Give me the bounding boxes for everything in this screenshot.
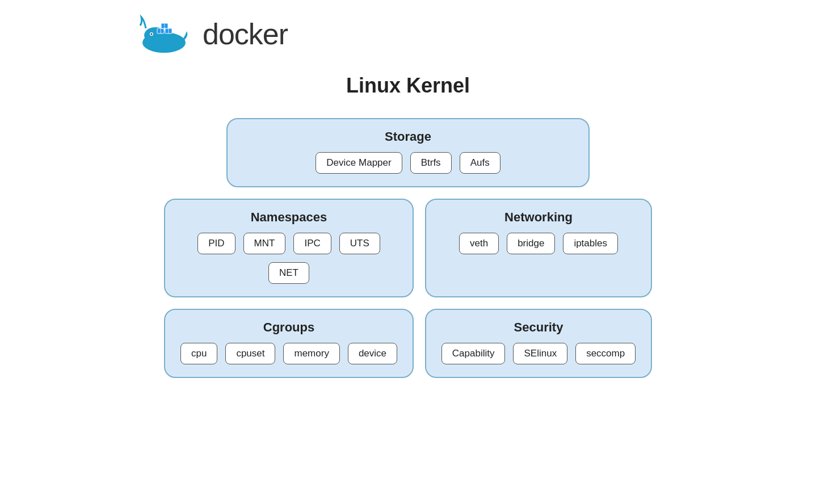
namespaces-panel: Namespaces PID MNT IPC UTS NET xyxy=(164,199,414,297)
net-item-veth: veth xyxy=(459,233,499,254)
sec-item-capability: Capability xyxy=(441,343,506,364)
svg-point-3 xyxy=(151,33,153,35)
networking-title: Networking xyxy=(504,210,573,225)
diagram: Linux Kernel Storage Device Mapper Btrfs… xyxy=(158,74,658,378)
storage-title: Storage xyxy=(385,129,431,144)
storage-items: Device Mapper Btrfs Aufs xyxy=(316,152,500,174)
storage-item-device-mapper: Device Mapper xyxy=(316,152,402,174)
cg-item-cpuset: cpuset xyxy=(225,343,275,364)
networking-panel: Networking veth bridge iptables xyxy=(425,199,652,297)
net-item-bridge: bridge xyxy=(507,233,555,254)
linux-kernel-title: Linux Kernel xyxy=(346,74,470,98)
cg-item-memory: memory xyxy=(283,343,339,364)
docker-logo-icon xyxy=(130,11,198,57)
cg-item-device: device xyxy=(348,343,397,364)
middle-row: Namespaces PID MNT IPC UTS NET Networkin… xyxy=(158,199,658,297)
namespaces-items: PID MNT IPC UTS NET xyxy=(179,233,399,284)
cgroups-items: cpu cpuset memory device xyxy=(180,343,397,364)
sec-item-seccomp: seccomp xyxy=(575,343,636,364)
security-items: Capability SElinux seccomp xyxy=(441,343,636,364)
storage-panel: Storage Device Mapper Btrfs Aufs xyxy=(226,118,590,187)
docker-label: docker xyxy=(203,17,288,51)
net-item-iptables: iptables xyxy=(563,233,618,254)
ns-item-uts: UTS xyxy=(339,233,380,254)
security-panel: Security Capability SElinux seccomp xyxy=(425,309,652,378)
ns-item-net: NET xyxy=(268,262,309,284)
namespaces-title: Namespaces xyxy=(251,210,327,225)
sec-item-selinux: SElinux xyxy=(513,343,567,364)
networking-items: veth bridge iptables xyxy=(459,233,618,254)
cgroups-panel: Cgroups cpu cpuset memory device xyxy=(164,309,414,378)
ns-item-pid: PID xyxy=(197,233,235,254)
page-wrapper: docker Linux Kernel Storage Device Mappe… xyxy=(96,11,720,378)
ns-item-ipc: IPC xyxy=(293,233,331,254)
ns-item-mnt: MNT xyxy=(243,233,286,254)
header: docker xyxy=(130,11,288,57)
bottom-row: Cgroups cpu cpuset memory device Securit… xyxy=(158,309,658,378)
cgroups-title: Cgroups xyxy=(263,320,314,335)
storage-item-btrfs: Btrfs xyxy=(410,152,452,174)
security-title: Security xyxy=(514,320,563,335)
storage-item-aufs: Aufs xyxy=(460,152,500,174)
cg-item-cpu: cpu xyxy=(180,343,217,364)
